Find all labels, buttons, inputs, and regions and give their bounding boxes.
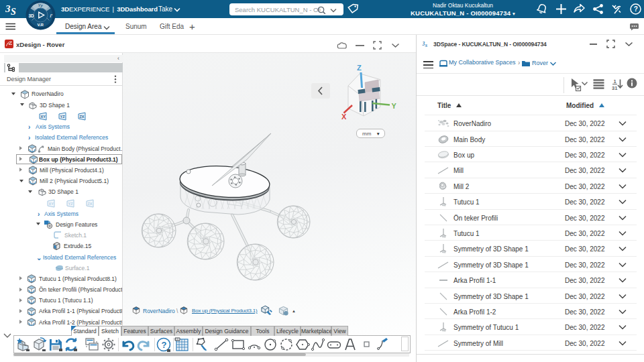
svg-text:Y: Y	[392, 102, 397, 110]
svg-text:i': i'	[50, 13, 53, 18]
svg-text:?: ?	[634, 5, 638, 13]
svg-text:YZ: YZ	[68, 202, 74, 206]
svg-text:?: ?	[162, 340, 167, 350]
svg-text:XY: XY	[41, 115, 46, 119]
svg-text:V.R: V.R	[38, 23, 44, 27]
svg-text:ZX: ZX	[80, 115, 85, 119]
svg-text:31: 31	[612, 85, 617, 90]
svg-text:XY: XY	[49, 202, 54, 206]
svg-text:ZX: ZX	[88, 202, 93, 206]
svg-text:1: 1	[614, 78, 616, 84]
svg-text:3D: 3D	[29, 13, 35, 18]
svg-text:3: 3	[422, 41, 425, 47]
svg-text:S: S	[425, 43, 428, 48]
svg-text:YZ: YZ	[60, 115, 66, 119]
svg-text:3: 3	[5, 3, 11, 14]
svg-text:S: S	[11, 7, 16, 17]
svg-text:Z: Z	[357, 64, 362, 72]
svg-text:X: X	[341, 113, 347, 121]
svg-text:Yy: Yy	[38, 3, 44, 7]
